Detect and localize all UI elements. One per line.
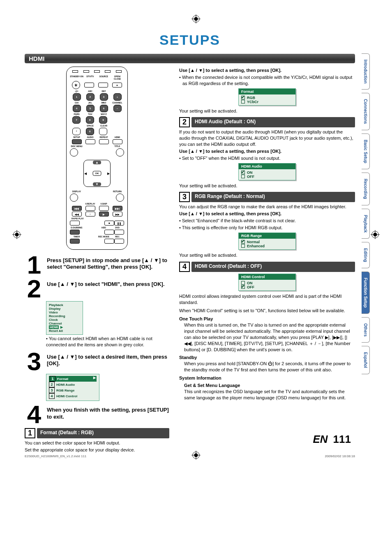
- lbl-hdmi-btn: HDMI: [111, 136, 124, 138]
- tab-others[interactable]: Others: [362, 317, 370, 343]
- step-3-text: Use [▲ / ▼] to select a desired item, th…: [47, 351, 169, 372]
- menu-item-clock: Clock: [49, 318, 80, 322]
- sub4-p2: When "HDMI Control" setting is set to "O…: [179, 308, 355, 314]
- tab-connections[interactable]: Connections: [362, 93, 370, 130]
- step-3-number: 3: [25, 351, 44, 372]
- box-hdmicontrol-header: HDMI Control: [239, 274, 295, 280]
- lbl-mno: MNO: [97, 101, 111, 104]
- submenu-hdmi-control: HDMI Control: [56, 394, 77, 398]
- sub3-body: You can adjust the RGB range to make the…: [179, 204, 355, 210]
- lbl-hdd: HDD: [97, 226, 111, 229]
- btn-audio: [85, 139, 95, 144]
- lbl-discmenu: DISC MENU: [70, 145, 83, 147]
- activated-1: Your setting will be activated.: [179, 108, 355, 114]
- text-get-set-menu-language: This unit recognizes the OSD language se…: [184, 389, 355, 401]
- text-standby: When you press and hold [STANDBY-ON ⏻] f…: [184, 361, 355, 373]
- tab-basic-setup[interactable]: Basic Setup: [362, 134, 370, 169]
- sub3-title: RGB Range (Default : Normal): [191, 192, 355, 202]
- sub3-num: 3: [179, 192, 190, 202]
- sub-format-title: Format (Default : RGB): [37, 428, 169, 438]
- btn-return: [116, 193, 124, 202]
- lbl-rec: REC: [111, 235, 124, 238]
- btn-openclose: ▲: [112, 83, 122, 88]
- btn-rew: ◀◀: [72, 212, 82, 216]
- page-number: EN 111: [313, 433, 351, 446]
- lbl-standby: STANDBY-ON: [70, 75, 83, 80]
- box-format: Format RGB YCbCr: [238, 88, 296, 106]
- arrow-left-icon: ◀: [84, 172, 87, 175]
- btn-pause: ❚❚: [114, 221, 124, 226]
- tab-function-setup[interactable]: Function Setup: [362, 272, 370, 314]
- lbl-return: RETURN: [111, 190, 124, 193]
- sub4-title: HDMI Control (Default : OFF): [191, 262, 355, 272]
- opt-off: OFF: [247, 175, 254, 179]
- box-hdmiaudio-header: HDMI Audio: [239, 164, 295, 169]
- btn-7: 7: [72, 116, 81, 124]
- sub-format: 1 Format (Default : RGB): [25, 428, 169, 438]
- lbl-openclose: OPEN/ CLOSE: [111, 75, 124, 80]
- btn-hdmi: [113, 139, 122, 144]
- lbl-channel: CHANNEL: [111, 101, 124, 104]
- btn-timer: [70, 239, 80, 244]
- tab-espanol[interactable]: Español: [362, 346, 370, 374]
- btn-3: 3: [100, 93, 108, 101]
- tab-playback[interactable]: Playback: [362, 209, 370, 239]
- tab-editing[interactable]: Editing: [362, 242, 370, 268]
- box-rgbrange-header: RGB Range: [239, 233, 295, 239]
- sub2-title: HDMI Audio (Default : ON): [191, 117, 355, 127]
- btn-4: 4: [73, 105, 81, 112]
- lbl-dtvtv: DTV/TV: [83, 75, 97, 80]
- opt-rgb: RGB: [247, 96, 255, 100]
- lbl-abc: ABC: [83, 90, 97, 92]
- btn-title: [116, 148, 124, 157]
- box-format-header: Format: [239, 89, 295, 94]
- step-2: 2 Use [▲ / ▼] to select "HDMI", then pre…: [25, 279, 169, 299]
- sub-format-line2: Set the appropriate color space for your…: [25, 447, 169, 453]
- use-arrows-1: Use [▲ / ▼] to select a setting, then pr…: [179, 68, 281, 73]
- btn-rapid: [70, 221, 80, 226]
- lbl-recmode: REC MODE: [97, 235, 111, 238]
- checkbox-on-icon: [241, 240, 245, 244]
- step-4-number: 4: [25, 404, 44, 425]
- btn-star: *: [72, 128, 81, 135]
- activated-2: Your setting will be activated.: [179, 183, 355, 189]
- btn-8: 8: [86, 116, 94, 124]
- sub2-num: 2: [179, 117, 190, 127]
- btn-rec-circle: ○: [85, 212, 95, 216]
- tab-recording[interactable]: Recording: [362, 173, 370, 205]
- btn-setup: [72, 139, 82, 144]
- menu-item-resetall: Reset All: [49, 329, 80, 333]
- lbl-ghi: GHI: [70, 101, 83, 104]
- btn-vskip: [99, 206, 109, 211]
- btn-repeat: [99, 139, 109, 144]
- menu-general: Playback Display Video Recording Clock C…: [46, 301, 83, 335]
- btn-2: 2: [86, 93, 95, 101]
- btn-stop: ■: [104, 221, 114, 226]
- lbl-vreplay: V.REPLAY: [83, 203, 97, 205]
- btn-chminus: –: [113, 105, 122, 112]
- box-hdmi-control: HDMI Control ON OFF: [238, 274, 296, 291]
- opt-normal: Normal: [247, 240, 260, 244]
- lbl-ddubbing: D.DUBBING: [70, 226, 83, 229]
- menu-item-playback: Playback: [49, 303, 80, 307]
- lbl-tuv: TUV: [83, 113, 97, 115]
- sub-hdmi-audio: 2 HDMI Audio (Default : ON): [179, 117, 355, 127]
- btn-clear: [99, 128, 107, 135]
- sub-hdmi-control: 4 HDMI Control (Default : OFF): [179, 262, 355, 272]
- side-tabs: Introduction Connections Basic Setup Rec…: [362, 53, 370, 374]
- sub3-bullet1: • Select "Enhanced" if the black-white c…: [179, 218, 355, 224]
- step-1-text: Press [SETUP] in stop mode and use [▲ / …: [47, 255, 169, 275]
- btn-chplus: +: [113, 93, 122, 101]
- checkbox-off-icon: [241, 100, 245, 104]
- lbl-timer: TIMER: [70, 235, 83, 238]
- footer-date: 2009/02/02 18:08:18: [325, 454, 355, 458]
- heading-get-set-menu-language: Get & Set Menu Language: [184, 383, 355, 388]
- checkbox-on-icon: [241, 285, 245, 289]
- btn-play: ▶: [99, 212, 109, 216]
- tab-introduction[interactable]: Introduction: [362, 53, 370, 90]
- btn-prev: |◀◀: [72, 206, 82, 211]
- lbl-def: DEF: [97, 90, 111, 92]
- menu-item-recording: Recording: [49, 314, 80, 318]
- btn-5: 5: [86, 105, 95, 112]
- sub3-bullet2: • This setting is effective only for HDM…: [179, 225, 355, 231]
